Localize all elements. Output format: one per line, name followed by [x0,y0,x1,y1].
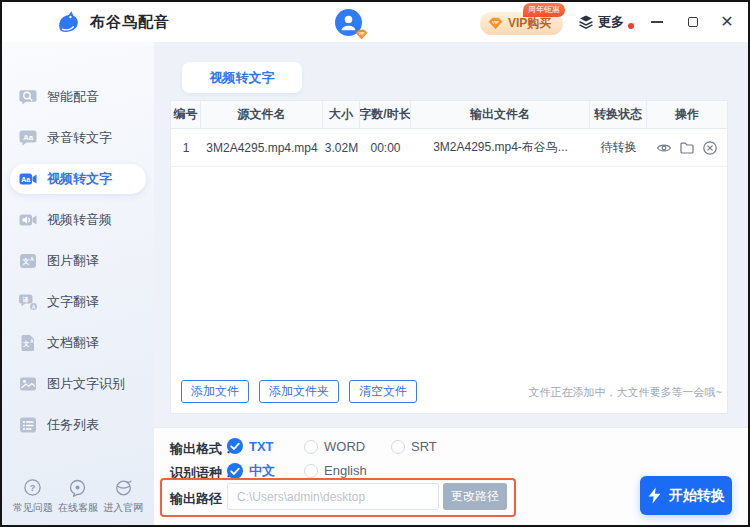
radio-unchecked-icon [304,464,318,478]
col-header-actions: 操作 [647,101,727,128]
format-txt-label: TXT [249,439,274,454]
image-translate-icon: 文 A [18,251,38,271]
video-to-text-icon: Aa [18,169,38,189]
language-english-label: English [324,463,367,478]
svg-text:A: A [30,256,34,262]
adding-files-hint: 文件正在添加中，大文件要多等一会哦~ [529,385,722,400]
col-header-no: 编号 [171,101,201,128]
start-convert-button[interactable]: 开始转换 [640,476,732,515]
cell-size: 3.02M [323,129,360,166]
sidebar-item-video-to-text[interactable]: Aa 视频转文字 [10,164,146,194]
sidebar-item-label: 任务列表 [47,416,99,434]
sidebar-item-doc-translate[interactable]: 文 A 文档翻译 [10,328,146,358]
main-content: 视频转文字 编号 源文件名 大小 字数/时长 输出文件名 转换状态 操作 1 3… [154,42,748,525]
svg-text:译: 译 [22,296,29,303]
format-option-txt[interactable]: TXT [227,438,274,454]
col-header-output: 输出文件名 [411,101,590,128]
table-row: 1 3M2A4295.mp4.mp4 3.02M 00:00 3M2A4295.… [171,129,727,167]
file-table-card: 编号 源文件名 大小 字数/时长 输出文件名 转换状态 操作 1 3M2A429… [170,100,728,414]
maximize-icon [688,17,698,27]
sidebar-item-task-list[interactable]: 任务列表 [10,410,146,440]
sidebar-item-label: 图片翻译 [47,252,99,270]
svg-text:Aa: Aa [21,176,30,183]
sidebar-nav: 智能配音 Aa 录音转文字 Aa 视频转文字 [2,42,154,440]
table-header-row: 编号 源文件名 大小 字数/时长 输出文件名 转换状态 操作 [171,101,727,129]
app-logo-bird-icon [54,9,81,36]
sidebar-item-image-ocr[interactable]: 图片文字识别 [10,369,146,399]
faq-button[interactable]: ? 常见问题 [10,478,55,515]
app-title: 布谷鸟配音 [90,13,170,32]
cell-duration: 00:00 [360,129,411,166]
image-ocr-icon [18,374,38,394]
vip-purchase-label: VIP购买 [508,15,551,32]
sidebar-item-smart-dubbing[interactable]: 智能配音 [10,82,146,112]
svg-text:?: ? [30,483,36,493]
avatar-vip-badge-icon: VIP [355,29,368,40]
radio-checked-icon [227,438,243,454]
language-label: 识别语种： [170,464,235,482]
svg-text:文: 文 [22,340,30,347]
app-window: 布谷鸟配音 VIP VIP VIP购买 周年钜惠 [0,0,750,527]
format-option-srt[interactable]: SRT [391,439,437,454]
svg-text:文: 文 [22,257,30,265]
sidebar-item-text-translate[interactable]: 译 A 文字翻译 [10,287,146,317]
text-translate-icon: 译 A [18,292,38,312]
sidebar-footer: ? 常见问题 在线客服 进入 [2,478,154,515]
anniversary-sale-badge: 周年钜惠 [523,3,565,17]
svg-text:A: A [32,304,36,310]
svg-text:VIP: VIP [492,20,499,25]
col-header-size: 大小 [323,101,360,128]
preview-eye-icon[interactable] [656,140,672,156]
sidebar-item-image-translate[interactable]: 文 A 图片翻译 [10,246,146,276]
sidebar-item-label: 图片文字识别 [47,375,125,393]
online-support-button[interactable]: 在线客服 [55,478,100,515]
sidebar-item-label: 文字翻译 [47,293,99,311]
add-folder-button[interactable]: 添加文件夹 [259,380,339,403]
col-header-status: 转换状态 [590,101,647,128]
language-chinese-label: 中文 [249,462,275,480]
sidebar-item-video-to-audio[interactable]: 视频转音频 [10,205,146,235]
clear-files-button[interactable]: 清空文件 [349,380,417,403]
question-icon: ? [23,478,42,497]
minimize-button[interactable] [646,11,668,33]
task-list-icon [18,415,38,435]
output-path-label: 输出路径： [170,490,235,508]
file-buttons: 添加文件 添加文件夹 清空文件 [181,380,417,403]
sidebar-item-label: 视频转音频 [47,211,112,229]
svg-text:Aa: Aa [23,133,34,142]
tab-video-to-text[interactable]: 视频转文字 [182,62,302,93]
sidebar-item-label: 录音转文字 [47,129,112,147]
titlebar: 布谷鸟配音 VIP VIP VIP购买 周年钜惠 [2,2,748,42]
video-to-audio-icon [18,210,38,230]
cell-source-filename: 3M2A4295.mp4.mp4 [201,129,323,166]
more-menu[interactable]: 更多 [578,13,634,31]
radio-unchecked-icon [391,440,405,454]
maximize-button[interactable] [682,11,704,33]
output-path-input[interactable] [227,483,439,510]
sidebar-item-label: 智能配音 [47,88,99,106]
close-button[interactable]: ✕ [716,11,738,33]
layers-icon [578,14,594,30]
notification-dot [628,23,634,29]
col-header-source: 源文件名 [201,101,323,128]
official-website-button[interactable]: 进入官网 [101,478,146,515]
language-option-chinese[interactable]: 中文 [227,462,275,480]
audio-to-text-icon: Aa [18,128,38,148]
add-file-button[interactable]: 添加文件 [181,380,249,403]
doc-translate-icon: 文 A [18,333,38,353]
svg-text:VIP: VIP [359,32,365,36]
minimize-icon [651,21,663,23]
format-option-word[interactable]: WORD [304,439,365,454]
format-srt-label: SRT [411,439,437,454]
start-convert-label: 开始转换 [669,487,725,505]
remove-file-icon[interactable] [702,140,718,156]
row-actions [656,140,718,156]
support-icon [68,478,87,497]
change-path-button[interactable]: 更改路径 [443,483,507,510]
open-folder-icon[interactable] [679,140,695,156]
more-label: 更多 [598,13,624,31]
sidebar-item-audio-to-text[interactable]: Aa 录音转文字 [10,123,146,153]
user-avatar[interactable]: VIP [335,9,365,39]
language-option-english[interactable]: English [304,463,367,478]
online-support-label: 在线客服 [58,501,98,515]
